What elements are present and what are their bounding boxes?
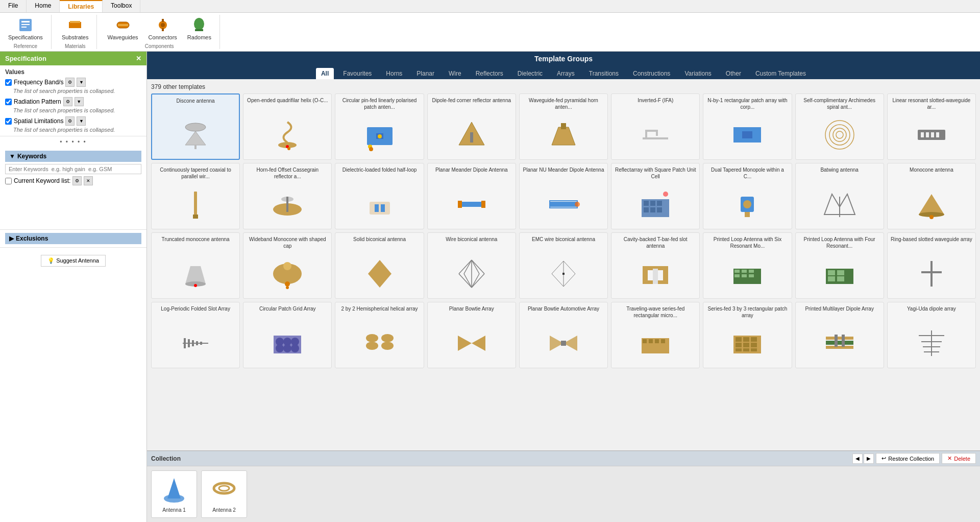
template-card[interactable]: Horn-fed Offset Cassegrain reflector a..… — [243, 163, 332, 229]
ribbon-substrates[interactable]: Substrates — [58, 15, 93, 42]
grid-count: 379 other templates — [151, 83, 976, 90]
template-card[interactable]: Monocone antenna — [887, 163, 976, 229]
keywords-input[interactable] — [5, 164, 141, 174]
ribbon-specifications[interactable]: Specifications — [4, 15, 47, 42]
freq-icon1[interactable]: ⚙ — [65, 78, 75, 87]
tab-dielectric[interactable]: Dielectric — [512, 68, 548, 79]
spatial-check[interactable] — [5, 118, 12, 125]
template-card[interactable]: Reflectarray with Square Patch Unit Cell — [611, 163, 700, 229]
rad-collapsed: The list of search properties is collaps… — [13, 107, 141, 113]
template-card[interactable]: Printed Loop Antenna with Four Resonant.… — [795, 232, 884, 299]
svg-point-19 — [287, 147, 290, 150]
template-card[interactable]: Waveguide-fed pyramidal horn anten... — [519, 93, 608, 160]
radiation-check[interactable] — [5, 99, 12, 105]
svg-rect-156 — [826, 341, 853, 345]
template-card[interactable]: Printed Multilayer Dipole Array — [795, 302, 884, 368]
template-card[interactable]: Cavity-backed T-bar-fed slot antenna — [611, 232, 700, 299]
template-card[interactable]: Self-complimentary Archimedes spiral ant… — [795, 93, 884, 160]
tab-file[interactable]: File — [0, 0, 27, 12]
template-card[interactable]: Inverted-F (IFA) — [611, 93, 700, 160]
svg-line-95 — [552, 261, 564, 274]
tab-variations[interactable]: Variations — [679, 68, 716, 79]
rad-icon2[interactable]: ▼ — [75, 97, 84, 106]
template-card[interactable]: Solid biconical antenna — [335, 232, 424, 299]
svg-rect-51 — [381, 204, 385, 212]
keywords-check[interactable] — [5, 178, 12, 184]
tab-constructions[interactable]: Constructions — [628, 68, 675, 79]
collection-item-image — [161, 473, 187, 505]
template-card[interactable]: Open-ended quadrifilar helix (O-C... — [243, 93, 332, 160]
template-card[interactable]: Planar Meander Dipole Antenna — [427, 163, 516, 229]
svg-rect-5 — [70, 21, 80, 23]
template-card[interactable]: Series-fed 3 by 3 rectangular patch arra… — [703, 302, 792, 368]
template-card-title: Dielectric-loaded folded half-loop — [342, 167, 417, 181]
sp-icon1[interactable]: ⚙ — [65, 116, 75, 126]
tab-toolbox[interactable]: Toolbox — [103, 0, 140, 12]
template-card[interactable]: Planar Bowtie Automotive Array — [519, 302, 608, 368]
rad-icon1[interactable]: ⚙ — [63, 97, 72, 106]
tab-all[interactable]: All — [316, 68, 334, 79]
collection-item[interactable]: Antenna 2 — [201, 470, 247, 518]
svg-rect-16 — [194, 145, 197, 149]
ribbon-waveguides[interactable]: Waveguides — [103, 15, 142, 42]
template-card[interactable]: Printed Loop Antenna with Six Resonant M… — [703, 232, 792, 299]
svg-marker-74 — [185, 266, 206, 284]
delete-label: Delete — [954, 456, 970, 462]
kw-icon2[interactable]: ✕ — [84, 176, 93, 185]
keywords-toggle[interactable]: ▼ Keywords — [5, 151, 141, 162]
template-card[interactable]: N-by-1 rectangular patch array with corp… — [703, 93, 792, 160]
template-card[interactable]: Traveling-wave series-fed rectangular mi… — [611, 302, 700, 368]
template-card[interactable]: Dual Tapered Monopole within a C... — [703, 163, 792, 229]
tab-wire[interactable]: Wire — [444, 68, 467, 79]
tab-custom-templates[interactable]: Custom Templates — [750, 68, 811, 79]
ribbon-radomes[interactable]: Radomes — [183, 15, 215, 42]
template-card[interactable]: Batwing antenna — [795, 163, 884, 229]
sp-icon2[interactable]: ▼ — [77, 116, 86, 126]
tab-other[interactable]: Other — [721, 68, 746, 79]
suggest-antenna-button[interactable]: 💡 Suggest Antenna — [41, 255, 106, 267]
tab-libraries[interactable]: Libraries — [60, 0, 103, 12]
template-card[interactable]: Planar NU Meander Dipole Antenna — [519, 163, 608, 229]
template-card[interactable]: Dipole-fed corner reflector antenna — [427, 93, 516, 160]
template-card[interactable]: Wire biconical antenna — [427, 232, 516, 299]
template-card-title: Open-ended quadrifilar helix (O-C... — [247, 97, 328, 111]
svg-marker-71 — [919, 194, 944, 215]
tab-horns[interactable]: Horns — [381, 68, 407, 79]
collection-next[interactable]: ▶ — [864, 454, 874, 464]
delete-button[interactable]: ✕ Delete — [942, 453, 976, 464]
template-card[interactable]: Continuously tapered coaxial to parallel… — [151, 163, 240, 229]
tab-arrays[interactable]: Arrays — [552, 68, 580, 79]
ribbon-connectors[interactable]: Connectors — [144, 15, 181, 42]
tab-transitions[interactable]: Transitions — [584, 68, 624, 79]
tab-planar[interactable]: Planar — [411, 68, 439, 79]
ribbon-group-materials: Substrates Materials — [58, 15, 97, 49]
sidebar-close-icon[interactable]: ✕ — [136, 55, 141, 62]
template-card[interactable]: Yagi-Uda dipole array — [887, 302, 976, 368]
svg-rect-64 — [657, 207, 662, 212]
tab-reflectors[interactable]: Reflectors — [471, 68, 508, 79]
svg-rect-104 — [653, 269, 658, 284]
tab-favourites[interactable]: Favourites — [338, 68, 377, 79]
svg-rect-115 — [828, 276, 835, 281]
template-card[interactable]: Circular Patch Grid Array — [243, 302, 332, 368]
freq-band-check[interactable] — [5, 79, 12, 86]
template-card[interactable]: Log-Periodic Folded Slot Array — [151, 302, 240, 368]
collection-prev[interactable]: ◀ — [852, 454, 863, 464]
template-card[interactable]: Linear resonant slotted-waveguide ar... — [887, 93, 976, 160]
tab-home[interactable]: Home — [27, 0, 60, 12]
template-card[interactable]: Planar Bowtie Array — [427, 302, 516, 368]
template-card[interactable]: Discone antenna — [151, 93, 240, 160]
template-card[interactable]: Ring-based slotted waveguide array — [887, 232, 976, 299]
collection-item[interactable]: Antenna 1 — [151, 470, 197, 518]
template-card[interactable]: Wideband Monocone with shaped cap — [243, 232, 332, 299]
template-card[interactable]: Circular pin-fed linearly polarised patc… — [335, 93, 424, 160]
svg-rect-59 — [644, 201, 649, 206]
template-card[interactable]: 2 by 2 Hemispherical helical array — [335, 302, 424, 368]
kw-icon1[interactable]: ⚙ — [72, 176, 82, 185]
exclusions-toggle[interactable]: ▶ Exclusions — [5, 233, 141, 244]
template-card[interactable]: Dielectric-loaded folded half-loop — [335, 163, 424, 229]
restore-collection-button[interactable]: ↩ Restore Collection — [876, 453, 940, 464]
template-card[interactable]: EMC wire biconical antenna — [519, 232, 608, 299]
template-card[interactable]: Truncated monocone antenna — [151, 232, 240, 299]
freq-icon2[interactable]: ▼ — [77, 78, 86, 87]
